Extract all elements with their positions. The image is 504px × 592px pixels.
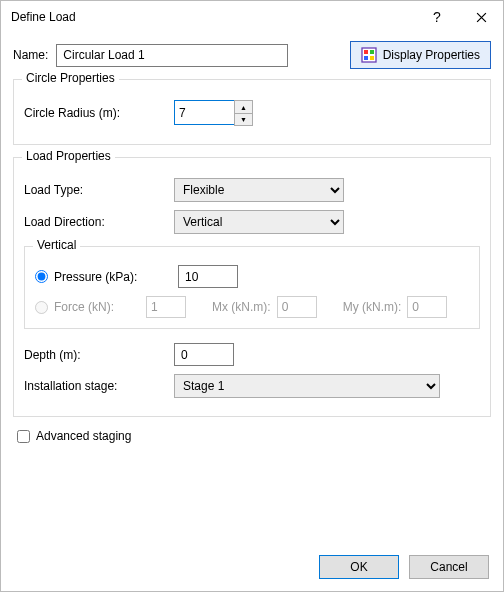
installation-stage-select[interactable]: Stage 1: [174, 374, 440, 398]
close-icon: [476, 12, 487, 23]
titlebar: Define Load ?: [1, 1, 503, 33]
load-properties-legend: Load Properties: [22, 149, 115, 163]
installation-stage-label: Installation stage:: [24, 379, 174, 393]
load-type-select[interactable]: Flexible: [174, 178, 344, 202]
load-direction-label: Load Direction:: [24, 215, 174, 229]
svg-rect-1: [364, 50, 368, 54]
pressure-label: Pressure (kPa):: [54, 270, 172, 284]
advanced-staging-checkbox[interactable]: [17, 430, 30, 443]
depth-input[interactable]: [174, 343, 234, 366]
depth-label: Depth (m):: [24, 348, 174, 362]
load-direction-select[interactable]: Vertical: [174, 210, 344, 234]
pressure-radio[interactable]: [35, 270, 48, 283]
ok-button[interactable]: OK: [319, 555, 399, 579]
my-input: [407, 296, 447, 318]
load-properties-group: Load Properties Load Type: Flexible Load…: [13, 157, 491, 417]
display-properties-label: Display Properties: [383, 48, 480, 62]
name-input[interactable]: [56, 44, 288, 67]
spinner-up-icon[interactable]: ▲: [235, 101, 252, 113]
advanced-staging-label: Advanced staging: [36, 429, 131, 443]
circle-radius-input[interactable]: [174, 100, 234, 125]
vertical-legend: Vertical: [33, 238, 80, 252]
close-button[interactable]: [459, 2, 503, 32]
help-button[interactable]: ?: [415, 2, 459, 32]
circle-properties-legend: Circle Properties: [22, 71, 119, 85]
force-label: Force (kN):: [54, 300, 140, 314]
load-type-label: Load Type:: [24, 183, 174, 197]
force-input: [146, 296, 186, 318]
name-label: Name:: [13, 48, 48, 62]
svg-rect-4: [370, 56, 374, 60]
palette-icon: [361, 47, 377, 63]
mx-input: [277, 296, 317, 318]
circle-properties-group: Circle Properties Circle Radius (m): ▲ ▼: [13, 79, 491, 145]
spinner-down-icon[interactable]: ▼: [235, 113, 252, 125]
svg-rect-3: [364, 56, 368, 60]
window-title: Define Load: [11, 10, 76, 24]
cancel-button[interactable]: Cancel: [409, 555, 489, 579]
pressure-input[interactable]: [178, 265, 238, 288]
force-radio: [35, 301, 48, 314]
display-properties-button[interactable]: Display Properties: [350, 41, 491, 69]
circle-radius-label: Circle Radius (m):: [24, 106, 174, 120]
mx-label: Mx (kN.m):: [212, 300, 271, 314]
vertical-group: Vertical Pressure (kPa): Force (kN): Mx …: [24, 246, 480, 329]
svg-rect-2: [370, 50, 374, 54]
my-label: My (kN.m):: [343, 300, 402, 314]
circle-radius-spinner[interactable]: ▲ ▼: [174, 100, 253, 126]
